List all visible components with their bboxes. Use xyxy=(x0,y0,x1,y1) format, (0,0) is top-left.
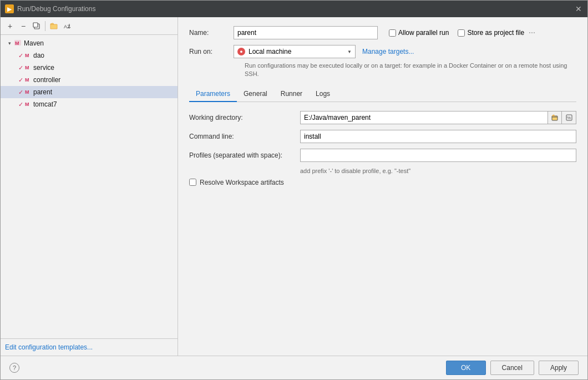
add-config-button[interactable]: + xyxy=(4,20,16,32)
edit-templates-link[interactable]: Edit configuration templates... xyxy=(5,343,93,351)
config-tree[interactable]: ▾ M Maven ✓ M xyxy=(1,35,178,338)
svg-text:M: M xyxy=(25,53,29,58)
tab-general[interactable]: General xyxy=(237,87,274,102)
maven-icon-parent: M xyxy=(24,88,31,97)
store-project-checkbox[interactable] xyxy=(458,29,465,37)
command-line-input[interactable] xyxy=(300,130,576,143)
copy-config-button[interactable] xyxy=(31,20,43,32)
ok-button[interactable]: OK xyxy=(446,361,486,375)
manage-targets-link[interactable]: Manage targets... xyxy=(362,48,414,55)
run-debug-dialog: ▶ Run/Debug Configurations ✕ + − xyxy=(0,0,588,380)
maven-icon-controller: M xyxy=(24,76,31,84)
command-line-row: Command line: xyxy=(189,130,576,143)
resolve-workspace-row: Resolve Workspace artifacts xyxy=(189,179,576,186)
svg-text:M: M xyxy=(25,65,29,70)
store-project-container: Store as project file ⋯ xyxy=(458,29,535,37)
tabs-row: Parameters General Runner Logs xyxy=(189,87,576,102)
svg-rect-10 xyxy=(552,116,557,120)
maven-icon-service: M xyxy=(24,64,31,72)
help-icon[interactable]: ? xyxy=(9,363,19,373)
tree-item-controller[interactable]: ✓ M controller xyxy=(1,74,178,86)
dropdown-arrow-icon: ▼ xyxy=(347,49,352,54)
svg-text:M: M xyxy=(25,77,29,83)
run-on-value: Local machine xyxy=(249,48,347,55)
checkmark-service: ✓ xyxy=(18,64,23,72)
title-bar-left: ▶ Run/Debug Configurations xyxy=(5,4,95,13)
folder-button[interactable] xyxy=(48,20,60,32)
store-project-label: Store as project file xyxy=(467,29,524,37)
bottom-bar: ? OK Cancel Apply xyxy=(1,356,587,379)
svg-text:%: % xyxy=(567,115,571,120)
tree-label-parent: parent xyxy=(33,88,52,96)
tree-label-service: service xyxy=(33,64,54,72)
close-button[interactable]: ✕ xyxy=(574,4,583,13)
working-dir-label: Working directory: xyxy=(189,114,300,121)
left-footer: Edit configuration templates... xyxy=(1,338,178,356)
resolve-workspace-checkbox[interactable] xyxy=(189,179,196,186)
tree-item-parent[interactable]: ✓ M parent xyxy=(1,86,178,98)
dialog-icon-symbol: ▶ xyxy=(7,6,12,12)
tree-label-maven: Maven xyxy=(24,39,44,47)
dialog-title: Run/Debug Configurations xyxy=(17,5,95,13)
profiles-row: Profiles (separated with space): xyxy=(189,149,576,162)
apply-button[interactable]: Apply xyxy=(539,361,579,375)
allow-parallel-container: Allow parallel run xyxy=(389,29,449,37)
checkmark-controller: ✓ xyxy=(18,77,23,84)
run-on-dropdown-container: ● Local machine ▼ Manage targets... xyxy=(234,45,414,58)
name-input[interactable] xyxy=(234,26,378,39)
run-on-row: Run on: ● Local machine ▼ Manage targets… xyxy=(189,45,576,58)
profiles-hint: add prefix '-' to disable profile, e.g. … xyxy=(300,168,576,174)
working-dir-input[interactable] xyxy=(300,111,548,124)
name-label: Name: xyxy=(189,29,234,37)
resolve-workspace-label: Resolve Workspace artifacts xyxy=(200,179,284,186)
command-line-label: Command line: xyxy=(189,133,300,140)
working-dir-browse-button[interactable] xyxy=(548,111,562,124)
parameters-section: Working directory: xyxy=(189,111,576,186)
sort-button[interactable]: AZ xyxy=(61,20,73,32)
svg-text:M: M xyxy=(25,89,29,95)
working-dir-row: Working directory: xyxy=(189,111,576,124)
tree-item-tomcat7[interactable]: ✓ M tomcat7 xyxy=(1,98,178,110)
local-machine-icon: ● xyxy=(237,48,245,55)
allow-parallel-label: Allow parallel run xyxy=(398,29,449,37)
tab-parameters[interactable]: Parameters xyxy=(189,87,237,102)
config-toolbar: + − AZ xyxy=(1,17,178,35)
run-on-label: Run on: xyxy=(189,48,234,55)
run-on-hint: Run configurations may be executed local… xyxy=(245,62,576,79)
tree-item-maven[interactable]: ▾ M Maven xyxy=(1,37,178,49)
remove-config-button[interactable]: − xyxy=(17,20,29,32)
tree-arrow-maven: ▾ xyxy=(5,40,14,46)
left-panel: + − AZ xyxy=(1,17,178,356)
cancel-button[interactable]: Cancel xyxy=(490,361,534,375)
tree-label-dao: dao xyxy=(33,52,44,59)
toolbar-separator xyxy=(45,21,45,31)
svg-text:M: M xyxy=(15,40,19,46)
bottom-buttons: OK Cancel Apply xyxy=(446,361,579,375)
profiles-label: Profiles (separated with space): xyxy=(189,151,300,159)
run-on-dropdown[interactable]: ● Local machine ▼ xyxy=(234,45,356,58)
checkmark-tomcat7: ✓ xyxy=(18,101,23,108)
profiles-input[interactable] xyxy=(300,149,576,162)
tab-logs[interactable]: Logs xyxy=(309,87,337,102)
tree-label-controller: controller xyxy=(33,76,60,84)
content-area: + − AZ xyxy=(1,17,587,356)
tree-item-dao[interactable]: ✓ M dao xyxy=(1,49,178,62)
dialog-icon: ▶ xyxy=(5,4,14,13)
maven-icon-tomcat7: M xyxy=(24,100,31,109)
title-bar: ▶ Run/Debug Configurations ✕ xyxy=(1,1,587,17)
name-row: Name: Allow parallel run Store as projec… xyxy=(189,26,576,39)
working-dir-macro-button[interactable]: % xyxy=(562,111,576,124)
maven-icon-dao: M xyxy=(24,52,31,60)
tree-label-tomcat7: tomcat7 xyxy=(33,100,57,108)
svg-rect-1 xyxy=(33,23,38,27)
checkmark-dao: ✓ xyxy=(18,52,23,59)
working-dir-input-group: % xyxy=(300,111,576,124)
store-project-info-icon[interactable]: ⋯ xyxy=(529,29,535,37)
tab-runner[interactable]: Runner xyxy=(274,87,309,102)
right-panel: Name: Allow parallel run Store as projec… xyxy=(178,17,587,356)
tree-item-service[interactable]: ✓ M service xyxy=(1,62,178,74)
checkmark-parent: ✓ xyxy=(18,89,23,96)
svg-text:M: M xyxy=(25,102,29,107)
allow-parallel-checkbox[interactable] xyxy=(389,29,396,37)
maven-group-icon: M xyxy=(14,39,22,48)
